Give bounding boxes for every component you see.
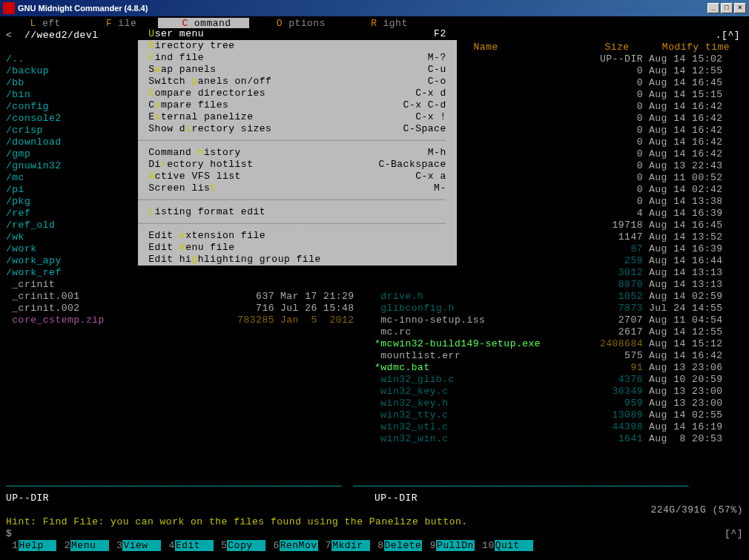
- terminal-area: Left File Command Options Right User men…: [0, 16, 749, 560]
- window-titlebar: GNU Midnight Commander (4.8.4) _ □ ×: [0, 0, 749, 16]
- fn-key-9[interactable]: 9PullDn: [423, 540, 474, 552]
- menu-item[interactable]: Screen listM-: [138, 182, 457, 194]
- fn-key-5[interactable]: 5Copy: [215, 540, 265, 552]
- prompt-indicator: [^]: [725, 528, 743, 540]
- prompt[interactable]: $: [6, 528, 12, 540]
- list-item[interactable]: /work_ref: [6, 267, 374, 279]
- list-item[interactable]: drive.h1052Aug 14 02:59: [374, 291, 743, 303]
- function-key-bar: 1Help 2Menu 3View 4Edit 5Copy 6RenMov 7M…: [6, 540, 743, 552]
- menu-item[interactable]: Swap panelsC-u: [138, 64, 457, 76]
- fn-key-7[interactable]: 7Mkdir: [320, 540, 370, 552]
- menu-item[interactable]: User menuF2: [138, 28, 457, 40]
- list-item[interactable]: glibconfig.h7873Jul 24 14:55: [374, 303, 743, 314]
- list-item[interactable]: _crinit.001637Mar 17 21:29: [6, 291, 374, 303]
- menu-separator: ────────────────────────────────────────…: [138, 218, 457, 230]
- menu-item[interactable]: Listing format edit: [138, 206, 457, 218]
- list-item[interactable]: 8870Aug 14 13:13: [374, 279, 743, 291]
- menu-separator: ────────────────────────────────────────…: [138, 194, 457, 206]
- fn-key-6[interactable]: 6RenMov: [267, 540, 317, 552]
- menu-item[interactable]: Find fileM-?: [138, 52, 457, 64]
- menu-item[interactable]: Compare directoriesC-x d: [138, 88, 457, 99]
- menu-item[interactable]: Show directory sizesC-Space: [138, 123, 457, 135]
- minimize-button[interactable]: _: [707, 3, 719, 13]
- fn-key-1[interactable]: 1Help: [6, 540, 56, 552]
- window-controls: _ □ ×: [707, 3, 746, 13]
- menu-item[interactable]: External panelizeC-x !: [138, 111, 457, 123]
- list-item[interactable]: mountlist.err575Aug 14 16:42: [374, 350, 743, 362]
- list-item[interactable]: win32_key.c36349Aug 13 23:00: [374, 386, 743, 398]
- fn-key-8[interactable]: 8Delete: [372, 540, 422, 552]
- list-item[interactable]: 3012Aug 14 13:13: [374, 267, 743, 279]
- maximize-button[interactable]: □: [721, 3, 733, 13]
- list-item[interactable]: mc-inno-setup.iss2707Aug 11 04:54: [374, 314, 743, 326]
- window-title: GNU Midnight Commander (4.8.4): [18, 4, 707, 13]
- list-item[interactable]: _crinit: [6, 279, 374, 291]
- menu-item[interactable]: Active VFS listC-x a: [138, 171, 457, 182]
- menu-separator: ────────────────────────────────────────…: [138, 135, 457, 147]
- menu-item[interactable]: Edit highlighting group file: [138, 254, 457, 266]
- fn-key-10[interactable]: 10Quit: [476, 540, 533, 552]
- menu-item[interactable]: Compare filesC-x C-d: [138, 99, 457, 111]
- list-item[interactable]: *wdmc.bat91Aug 13 23:06: [374, 362, 743, 374]
- fn-key-2[interactable]: 2Menu: [58, 540, 108, 552]
- menu-item[interactable]: Directory hotlistC-Backspace: [138, 159, 457, 171]
- panel-divider: ────────────────────────────────────────…: [6, 481, 743, 493]
- list-item[interactable]: mc.rc2617Aug 14 12:55: [374, 326, 743, 338]
- disk-usage: 224G/391G (57%): [374, 504, 743, 516]
- menu-item[interactable]: Edit menu file: [138, 242, 457, 254]
- list-item[interactable]: win32_glib.c4376Aug 10 20:59: [374, 374, 743, 386]
- menu-item[interactable]: Command historyM-h: [138, 147, 457, 159]
- list-item[interactable]: core_cstemp.zip783285Jan 5 2012: [6, 314, 374, 326]
- close-button[interactable]: ×: [734, 3, 746, 13]
- left-summary: UP--DIR: [6, 493, 374, 504]
- menu-item[interactable]: Switch panels on/offC-o: [138, 76, 457, 88]
- list-item[interactable]: win32_utl.c44398Aug 14 16:19: [374, 421, 743, 433]
- list-item[interactable]: win32_key.h959Aug 13 23:00: [374, 398, 743, 409]
- command-menu-dropdown: User menuF2 Directory tree Find fileM-? …: [138, 28, 457, 266]
- list-item[interactable]: win32_win.c1641Aug 8 20:53: [374, 433, 743, 445]
- left-path: //weed2/devl: [24, 30, 99, 41]
- fn-key-4[interactable]: 4Edit: [162, 540, 213, 552]
- menu-left[interactable]: Left: [6, 18, 79, 30]
- menu-item[interactable]: Directory tree: [138, 40, 457, 52]
- menu-item[interactable]: Edit extension file: [138, 230, 457, 242]
- app-icon: [3, 2, 15, 14]
- hint-bar: Hint: Find File: you can work on the fil…: [6, 516, 743, 528]
- list-item[interactable]: *mcwin32-build149-setup.exe2408684Aug 14…: [374, 338, 743, 350]
- fn-key-3[interactable]: 3View: [110, 540, 161, 552]
- list-item[interactable]: _crinit.002716Jul 26 15:48: [6, 303, 374, 314]
- list-item[interactable]: win32_tty.c13089Aug 14 02:55: [374, 409, 743, 421]
- right-summary: UP--DIR: [374, 493, 743, 504]
